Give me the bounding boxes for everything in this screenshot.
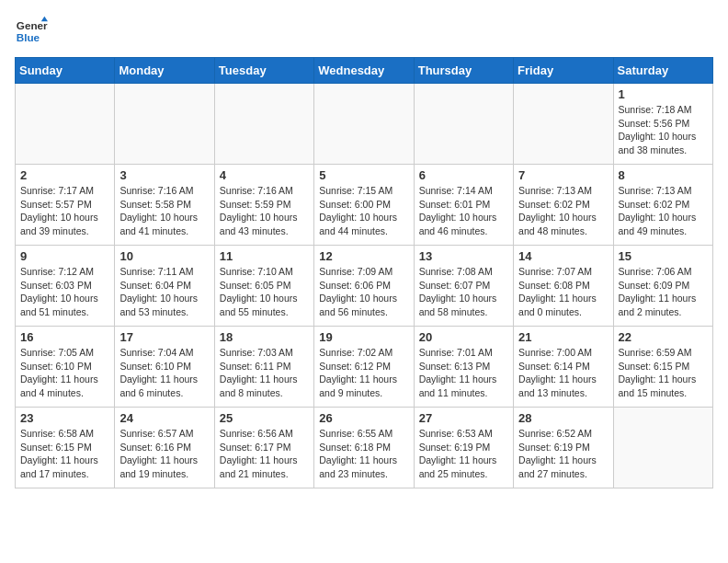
day-info: Sunrise: 6:58 AM Sunset: 6:15 PM Dayligh… xyxy=(20,427,109,481)
weekday-header-saturday: Saturday xyxy=(613,58,712,84)
day-info: Sunrise: 7:11 AM Sunset: 6:04 PM Dayligh… xyxy=(119,265,209,319)
day-info: Sunrise: 7:18 AM Sunset: 5:56 PM Dayligh… xyxy=(619,103,708,157)
day-info: Sunrise: 7:13 AM Sunset: 6:02 PM Dayligh… xyxy=(619,184,708,238)
day-info: Sunrise: 6:52 AM Sunset: 6:19 PM Dayligh… xyxy=(518,427,608,481)
day-info: Sunrise: 7:00 AM Sunset: 6:14 PM Dayligh… xyxy=(518,346,608,400)
day-info: Sunrise: 7:15 AM Sunset: 6:00 PM Dayligh… xyxy=(319,184,408,238)
calendar-cell: 3Sunrise: 7:16 AM Sunset: 5:58 PM Daylig… xyxy=(115,165,214,246)
week-row-4: 16Sunrise: 7:05 AM Sunset: 6:10 PM Dayli… xyxy=(16,327,713,408)
calendar-cell: 12Sunrise: 7:09 AM Sunset: 6:06 PM Dayli… xyxy=(314,246,414,327)
calendar-cell xyxy=(314,84,414,165)
calendar-cell: 15Sunrise: 7:06 AM Sunset: 6:09 PM Dayli… xyxy=(613,246,712,327)
day-number: 2 xyxy=(20,168,109,182)
week-row-1: 1Sunrise: 7:18 AM Sunset: 5:56 PM Daylig… xyxy=(16,84,713,165)
calendar-cell: 14Sunrise: 7:07 AM Sunset: 6:08 PM Dayli… xyxy=(514,246,613,327)
day-number: 15 xyxy=(619,249,708,263)
day-number: 20 xyxy=(419,330,508,344)
day-number: 18 xyxy=(220,330,309,344)
week-row-2: 2Sunrise: 7:17 AM Sunset: 5:57 PM Daylig… xyxy=(16,165,713,246)
day-info: Sunrise: 6:55 AM Sunset: 6:18 PM Dayligh… xyxy=(319,427,408,481)
day-info: Sunrise: 7:08 AM Sunset: 6:07 PM Dayligh… xyxy=(419,265,508,319)
calendar-cell xyxy=(214,84,313,165)
day-number: 22 xyxy=(619,330,708,344)
weekday-header-row: SundayMondayTuesdayWednesdayThursdayFrid… xyxy=(16,58,713,84)
logo-icon: General Blue xyxy=(15,15,48,48)
day-info: Sunrise: 7:01 AM Sunset: 6:13 PM Dayligh… xyxy=(419,346,508,400)
day-info: Sunrise: 7:07 AM Sunset: 6:08 PM Dayligh… xyxy=(518,265,608,319)
day-number: 25 xyxy=(220,411,309,425)
calendar-cell xyxy=(414,84,513,165)
calendar-cell: 20Sunrise: 7:01 AM Sunset: 6:13 PM Dayli… xyxy=(414,327,513,408)
calendar-cell: 6Sunrise: 7:14 AM Sunset: 6:01 PM Daylig… xyxy=(414,165,513,246)
day-number: 4 xyxy=(220,168,309,182)
calendar-cell: 25Sunrise: 6:56 AM Sunset: 6:17 PM Dayli… xyxy=(214,408,313,488)
header: General Blue xyxy=(15,15,713,48)
day-number: 17 xyxy=(119,330,209,344)
day-number: 11 xyxy=(220,249,309,263)
calendar-cell: 9Sunrise: 7:12 AM Sunset: 6:03 PM Daylig… xyxy=(16,246,115,327)
day-info: Sunrise: 6:57 AM Sunset: 6:16 PM Dayligh… xyxy=(119,427,209,481)
weekday-header-sunday: Sunday xyxy=(16,58,115,84)
calendar-cell: 19Sunrise: 7:02 AM Sunset: 6:12 PM Dayli… xyxy=(314,327,414,408)
calendar-cell: 11Sunrise: 7:10 AM Sunset: 6:05 PM Dayli… xyxy=(214,246,313,327)
calendar-cell: 18Sunrise: 7:03 AM Sunset: 6:11 PM Dayli… xyxy=(214,327,313,408)
weekday-header-monday: Monday xyxy=(115,58,214,84)
calendar-cell: 2Sunrise: 7:17 AM Sunset: 5:57 PM Daylig… xyxy=(16,165,115,246)
calendar-cell: 23Sunrise: 6:58 AM Sunset: 6:15 PM Dayli… xyxy=(16,408,115,488)
day-number: 12 xyxy=(319,249,408,263)
day-number: 13 xyxy=(419,249,508,263)
logo: General Blue xyxy=(15,15,48,48)
day-number: 7 xyxy=(518,168,608,182)
calendar-cell xyxy=(613,408,712,488)
day-info: Sunrise: 7:13 AM Sunset: 6:02 PM Dayligh… xyxy=(518,184,608,238)
day-info: Sunrise: 7:16 AM Sunset: 5:59 PM Dayligh… xyxy=(220,184,309,238)
calendar-cell: 17Sunrise: 7:04 AM Sunset: 6:10 PM Dayli… xyxy=(115,327,214,408)
day-info: Sunrise: 7:16 AM Sunset: 5:58 PM Dayligh… xyxy=(119,184,209,238)
svg-text:Blue: Blue xyxy=(17,31,40,43)
weekday-header-wednesday: Wednesday xyxy=(314,58,414,84)
calendar-cell: 24Sunrise: 6:57 AM Sunset: 6:16 PM Dayli… xyxy=(115,408,214,488)
day-info: Sunrise: 7:04 AM Sunset: 6:10 PM Dayligh… xyxy=(119,346,209,400)
day-info: Sunrise: 7:17 AM Sunset: 5:57 PM Dayligh… xyxy=(20,184,109,238)
day-number: 21 xyxy=(518,330,608,344)
calendar-cell: 16Sunrise: 7:05 AM Sunset: 6:10 PM Dayli… xyxy=(16,327,115,408)
day-info: Sunrise: 6:53 AM Sunset: 6:19 PM Dayligh… xyxy=(419,427,508,481)
day-number: 14 xyxy=(518,249,608,263)
calendar-cell: 22Sunrise: 6:59 AM Sunset: 6:15 PM Dayli… xyxy=(613,327,712,408)
calendar-cell: 5Sunrise: 7:15 AM Sunset: 6:00 PM Daylig… xyxy=(314,165,414,246)
calendar-cell: 7Sunrise: 7:13 AM Sunset: 6:02 PM Daylig… xyxy=(514,165,613,246)
calendar-cell: 27Sunrise: 6:53 AM Sunset: 6:19 PM Dayli… xyxy=(414,408,513,488)
weekday-header-tuesday: Tuesday xyxy=(214,58,313,84)
calendar-table: SundayMondayTuesdayWednesdayThursdayFrid… xyxy=(15,57,713,488)
week-row-3: 9Sunrise: 7:12 AM Sunset: 6:03 PM Daylig… xyxy=(16,246,713,327)
day-number: 6 xyxy=(419,168,508,182)
calendar-cell xyxy=(514,84,613,165)
day-number: 10 xyxy=(119,249,209,263)
day-number: 27 xyxy=(419,411,508,425)
day-number: 16 xyxy=(20,330,109,344)
calendar-cell: 13Sunrise: 7:08 AM Sunset: 6:07 PM Dayli… xyxy=(414,246,513,327)
day-info: Sunrise: 6:56 AM Sunset: 6:17 PM Dayligh… xyxy=(220,427,309,481)
day-info: Sunrise: 7:06 AM Sunset: 6:09 PM Dayligh… xyxy=(619,265,708,319)
calendar-cell: 8Sunrise: 7:13 AM Sunset: 6:02 PM Daylig… xyxy=(613,165,712,246)
day-info: Sunrise: 7:09 AM Sunset: 6:06 PM Dayligh… xyxy=(319,265,408,319)
calendar-cell: 10Sunrise: 7:11 AM Sunset: 6:04 PM Dayli… xyxy=(115,246,214,327)
calendar-cell: 4Sunrise: 7:16 AM Sunset: 5:59 PM Daylig… xyxy=(214,165,313,246)
day-number: 23 xyxy=(20,411,109,425)
day-info: Sunrise: 7:14 AM Sunset: 6:01 PM Dayligh… xyxy=(419,184,508,238)
day-info: Sunrise: 6:59 AM Sunset: 6:15 PM Dayligh… xyxy=(619,346,708,400)
weekday-header-thursday: Thursday xyxy=(414,58,513,84)
week-row-5: 23Sunrise: 6:58 AM Sunset: 6:15 PM Dayli… xyxy=(16,408,713,488)
day-number: 3 xyxy=(119,168,209,182)
day-number: 5 xyxy=(319,168,408,182)
calendar-cell: 26Sunrise: 6:55 AM Sunset: 6:18 PM Dayli… xyxy=(314,408,414,488)
day-number: 26 xyxy=(319,411,408,425)
calendar-cell xyxy=(115,84,214,165)
day-info: Sunrise: 7:10 AM Sunset: 6:05 PM Dayligh… xyxy=(220,265,309,319)
calendar-cell: 21Sunrise: 7:00 AM Sunset: 6:14 PM Dayli… xyxy=(514,327,613,408)
day-info: Sunrise: 7:05 AM Sunset: 6:10 PM Dayligh… xyxy=(20,346,109,400)
calendar-cell: 28Sunrise: 6:52 AM Sunset: 6:19 PM Dayli… xyxy=(514,408,613,488)
day-info: Sunrise: 7:02 AM Sunset: 6:12 PM Dayligh… xyxy=(319,346,408,400)
calendar-cell: 1Sunrise: 7:18 AM Sunset: 5:56 PM Daylig… xyxy=(613,84,712,165)
day-info: Sunrise: 7:03 AM Sunset: 6:11 PM Dayligh… xyxy=(220,346,309,400)
